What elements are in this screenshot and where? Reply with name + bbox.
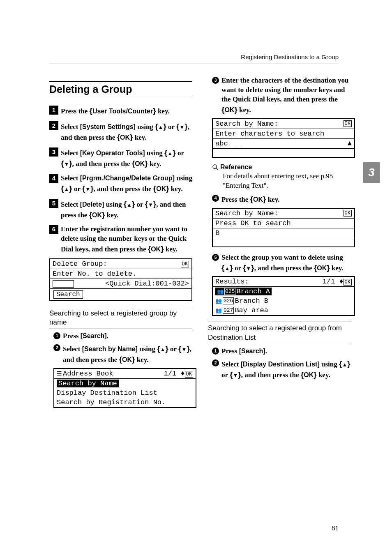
substep-number-icon: 2 <box>53 344 60 351</box>
t: or <box>166 123 176 131</box>
step-number-icon: 6 <box>49 225 58 234</box>
sub-step-a4: 4 Press the {OK} key. <box>212 194 351 205</box>
step-5: 5 Select [Delete] using {▲} or {▼}, and … <box>49 199 192 220</box>
ok-key-label: OK <box>122 356 132 363</box>
search-label: [Search] <box>81 332 107 339</box>
screen4-value: B <box>215 229 219 237</box>
group-icon <box>215 297 222 305</box>
t: or <box>221 371 230 379</box>
step-1: 1 Press the {User Tools/Counter} key. <box>49 106 192 116</box>
sub-step-b1: 1 Press [Search]. <box>212 347 351 356</box>
up-arrow-icon: ▲ <box>167 150 173 157</box>
up-arrow-icon: ▲ <box>64 186 69 192</box>
substep-number-icon: 1 <box>53 332 60 339</box>
display-dest-list-label: [Display Destination List] <box>241 361 320 368</box>
up-arrow-icon: ▲ <box>224 265 230 272</box>
step-number-icon: 4 <box>49 174 58 183</box>
ok-indicator-icon: OK <box>185 371 193 378</box>
ok-key-label: OK <box>317 265 327 272</box>
t: using <box>136 123 155 131</box>
updown-icon: ♦ <box>180 370 184 378</box>
screen2-pager: 1/1 <box>164 370 177 378</box>
input-cursor[interactable]: _ <box>236 140 240 147</box>
substep-number-icon: 2 <box>212 359 219 366</box>
t: Enter the characters of the destination … <box>221 76 348 103</box>
t: using <box>104 200 123 208</box>
ok-key-label: OK <box>253 196 263 203</box>
header-rule <box>49 64 339 64</box>
step-6: 6 Enter the registration number you want… <box>49 225 192 254</box>
chapter-number: 3 <box>368 166 375 179</box>
t: Press the <box>221 196 250 203</box>
shift-icon: ▲ <box>348 140 352 147</box>
t: using <box>138 345 157 353</box>
sub-step-b2: 2 Select [Display Destination List] usin… <box>212 359 351 380</box>
result-row-selected[interactable]: 025Branch A <box>215 288 272 295</box>
screen2-row2[interactable]: Display Destination List <box>57 389 157 397</box>
results-screen: Results: 1/1 ♦OK 025Branch A 026Branch B… <box>212 276 355 316</box>
updown-icon: ♦ <box>339 278 343 286</box>
step-number-icon: 1 <box>49 106 58 115</box>
sub-rule <box>208 322 351 322</box>
down-arrow-icon: ▼ <box>182 346 187 352</box>
quick-dial-hint: <Quick Dial:001-032> <box>74 280 189 288</box>
result-row[interactable]: 027Bay area <box>215 306 268 314</box>
t: Select <box>63 345 82 353</box>
step-number-icon: 3 <box>49 147 58 157</box>
screen2-row-selected[interactable]: Search by Name <box>57 380 119 387</box>
step-4: 4 Select [Prgrm./Change/Delete Group] us… <box>49 174 192 194</box>
t: using <box>145 149 164 157</box>
step1-text-a: Press the <box>61 107 90 115</box>
reference-label: Reference <box>220 164 252 171</box>
result-name: Branch A <box>236 288 270 295</box>
t: key. <box>330 264 344 272</box>
t: or <box>233 264 243 272</box>
t: or <box>72 185 82 193</box>
t: Select the group you want to delete usin… <box>221 253 343 261</box>
substep-number-icon: 3 <box>212 77 219 84</box>
result-row[interactable]: 026Branch B <box>215 297 268 305</box>
svg-line-1 <box>216 168 218 170</box>
result-id: 026 <box>223 297 234 304</box>
page-number: 81 <box>332 524 339 532</box>
prgrm-group-label: [Prgrm./Change/Delete Group] <box>80 175 175 182</box>
ok-indicator-icon: OK <box>181 261 189 267</box>
sub-step-a2: 2 Select [Search by Name] using {▲} or {… <box>53 343 192 365</box>
search-by-name-confirm-screen: Search by Name: OK Press OK to search B <box>212 208 355 247</box>
t: key. <box>317 371 330 379</box>
chapter-tab: 3 <box>363 162 380 183</box>
step-number-icon: 2 <box>49 121 58 130</box>
result-id: 025 <box>224 288 235 295</box>
reference-body: For details about entering text, see p.9… <box>223 172 351 191</box>
step-number-icon: 5 <box>49 199 58 208</box>
substep-number-icon: 1 <box>212 348 219 355</box>
ok-key-label: OK <box>135 160 145 167</box>
ok-indicator-icon: OK <box>344 210 352 216</box>
search-by-name-label: [Search by Name] <box>82 345 138 352</box>
t: key. <box>148 160 161 168</box>
down-arrow-icon: ▼ <box>233 372 238 378</box>
t: Select <box>61 174 80 182</box>
substep-number-icon: 5 <box>212 254 219 261</box>
list-icon: ☰ <box>57 371 62 377</box>
t: using <box>175 174 192 182</box>
search-by-name-entry-screen: Search by Name: OK Enter characters to s… <box>212 118 355 158</box>
ok-key-label: OK <box>120 134 130 141</box>
t: or <box>168 345 178 353</box>
system-settings-label: [System Settings] <box>80 123 136 130</box>
search-button[interactable]: Search <box>53 290 83 299</box>
up-arrow-icon: ▲ <box>160 346 166 352</box>
number-input[interactable] <box>53 280 74 288</box>
t: key. <box>238 106 251 114</box>
ok-key-label: OK <box>304 371 314 378</box>
screen3-title: Search by Name: <box>215 120 278 128</box>
t: key. <box>105 211 118 219</box>
t: , and then press the <box>72 160 132 168</box>
t: Press <box>63 332 81 340</box>
down-arrow-icon: ▼ <box>179 124 184 130</box>
address-book-screen: ☰Address Book 1/1 ♦OK Search by Name Dis… <box>53 368 196 408</box>
screen2-row3[interactable]: Search by Registration No. <box>57 398 166 406</box>
search-label: [Search] <box>239 348 265 355</box>
t: key. <box>133 134 146 141</box>
down-arrow-icon: ▼ <box>148 202 153 208</box>
